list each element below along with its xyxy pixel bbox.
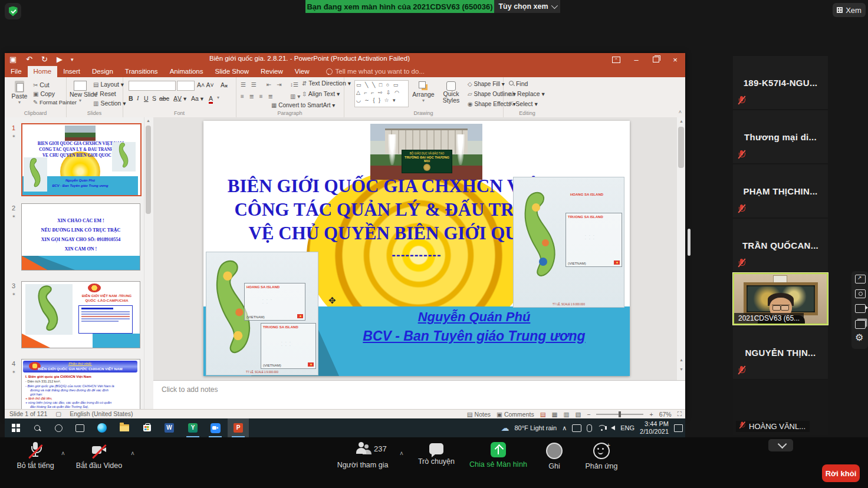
cut-button[interactable]: ✂ Cut <box>33 81 50 88</box>
find-button[interactable]: Find <box>509 80 528 87</box>
display-settings-icon[interactable]: ▢ <box>55 410 61 417</box>
notes-pane[interactable]: Click to add notes <box>153 380 685 410</box>
camera-tray-icon[interactable] <box>572 424 581 432</box>
shadow-button[interactable]: S <box>152 95 156 102</box>
participants-button[interactable]: 237 Người tham gia <box>330 442 395 469</box>
reactions-button[interactable]: + Phản ứng <box>578 442 625 470</box>
mute-button[interactable]: Bỏ tắt tiếng <box>9 442 61 470</box>
convert-smartart-button[interactable]: ▦ Convert to SmartArt ▾ <box>271 102 335 108</box>
slide-editor-area[interactable]: BỘ GIÁO DỤC VÀ ĐÀO TẠO TRƯỜNG ĐẠI HỌC TH… <box>153 117 677 380</box>
view-gallery-button[interactable]: Xem <box>833 3 866 17</box>
search-icon[interactable] <box>28 418 46 437</box>
strikethrough-button[interactable]: abc <box>159 95 169 102</box>
view-options-button[interactable]: Tùy chọn xem <box>494 0 560 13</box>
cortana-icon[interactable] <box>50 418 67 437</box>
previous-slide-icon[interactable]: ▲ <box>679 358 683 362</box>
font-name-box[interactable] <box>129 81 176 91</box>
participants-chevron[interactable]: ˄ <box>400 450 403 457</box>
edge-icon[interactable] <box>93 418 111 437</box>
shape-fill-button[interactable]: ◇ Shape Fill ▾ <box>468 81 505 87</box>
view-sorter-icon[interactable]: ▦ <box>552 411 558 418</box>
video-options-chevron[interactable]: ˄ <box>131 450 134 457</box>
underline-button[interactable]: U <box>144 95 149 102</box>
section-button[interactable]: ▥ Section ▾ <box>93 100 126 107</box>
font-size-box[interactable] <box>177 81 195 91</box>
record-button[interactable]: Ghi <box>537 442 572 470</box>
tell-me-box[interactable]: Tell me what you want to do... <box>315 66 425 77</box>
minimize-icon[interactable]: – <box>626 53 646 66</box>
mute-options-chevron[interactable]: ˄ <box>61 450 65 457</box>
reset-button[interactable]: ↺ Reset <box>93 90 116 97</box>
view-slideshow-icon[interactable]: ▧ <box>575 411 581 418</box>
start-video-button[interactable]: Bắt đầu Video <box>71 442 127 470</box>
pin-share-icon[interactable] <box>855 275 866 283</box>
tab-file[interactable]: File <box>5 66 28 77</box>
collapse-ribbon-icon[interactable]: ˄ <box>679 109 682 115</box>
tab-insert[interactable]: Insert <box>57 66 86 77</box>
slide-thumbnail-3[interactable]: BIÊN GIỚI VIỆT NAM -TRUNG QUỐC -LÀO-CAMP… <box>21 281 140 348</box>
replace-button[interactable]: ab Replace ▾ <box>509 90 545 97</box>
start-button[interactable] <box>7 418 25 437</box>
settings-gear-icon[interactable]: ⚙ <box>855 334 864 341</box>
copy-button[interactable]: ▣ Copy <box>33 90 55 97</box>
trans-app-icon[interactable]: Y <box>184 418 202 437</box>
weather-text[interactable]: 80°F Light rain <box>514 424 557 431</box>
sidebar-scrollbar[interactable] <box>688 229 691 256</box>
tab-design[interactable]: Design <box>86 66 119 77</box>
restore-icon[interactable] <box>646 53 666 66</box>
tab-animations[interactable]: Animations <box>164 66 209 77</box>
zoom-in-icon[interactable]: + <box>649 411 653 418</box>
editor-scrollbar[interactable]: ▲ ▲ ▼ <box>677 117 685 380</box>
scrollbar-thumb[interactable] <box>678 127 684 168</box>
ribbon-display-options-icon[interactable]: ^ <box>606 53 626 66</box>
line-spacing-icon[interactable]: ↕☰ <box>290 81 298 88</box>
comments-toggle[interactable]: ▣ Comments <box>497 411 534 418</box>
view-normal-icon[interactable]: ▤ <box>540 411 546 418</box>
zoom-percent[interactable]: 67% <box>659 411 672 418</box>
scroll-up-icon[interactable]: ▲ <box>679 119 683 123</box>
notes-toggle[interactable]: ▤ Notes <box>467 411 491 418</box>
tab-slideshow[interactable]: Slide Show <box>209 66 255 77</box>
align-icons[interactable]: ≡ ≣ ≡ ≣ <box>241 93 275 100</box>
gallery-view-icon[interactable] <box>855 320 866 329</box>
clear-formatting-icon[interactable]: A𝄪 <box>221 81 228 89</box>
shape-gallery[interactable]: ▭ ╲ ╲ □ ○ ▭△ ⌐ ⌐ ⇨ ⇩ ◠◡ ∼ { } ☆ ▾ <box>354 80 409 107</box>
participant-tile[interactable]: PHẠM THỊCHIN... <box>733 164 828 217</box>
font-color-button[interactable]: A <box>209 95 213 104</box>
zoom-slider[interactable] <box>596 414 643 415</box>
view-reading-icon[interactable]: ▥ <box>564 411 570 418</box>
next-slide-icon[interactable]: ▼ <box>679 367 683 371</box>
clock[interactable]: 3:44 PM2/10/2021 <box>640 420 669 436</box>
action-center-icon[interactable] <box>674 424 683 432</box>
slide-thumbnail-4[interactable]: Phần thứ nhất: BIÊN GIỚI QUỐC GIA NƯỚC C… <box>21 359 140 409</box>
scroll-up-icon[interactable]: ▲ <box>146 118 150 123</box>
tab-view[interactable]: View <box>289 66 315 77</box>
security-shield-icon[interactable] <box>5 3 21 19</box>
layout-button[interactable]: ▤ Layout ▾ <box>93 81 124 88</box>
slide-thumbnail-2[interactable]: XIN CHÀO CÁC EM ! NẾU ĐƯỜNG LINK CÓ TRỤC… <box>21 203 140 271</box>
snapshot-camera-icon[interactable] <box>855 289 866 298</box>
tray-expand-icon[interactable]: ∧ <box>562 424 567 432</box>
columns-icon[interactable]: ▥ ▾ <box>290 93 300 100</box>
participant-tile[interactable]: 189-K57I4-NGU... <box>733 56 828 109</box>
tab-home[interactable]: Home <box>28 66 58 77</box>
zoom-app-icon[interactable] <box>206 418 224 437</box>
font-color-dropdown[interactable]: ▾ <box>217 95 219 100</box>
keyboard-language[interactable]: ENG <box>620 424 634 431</box>
leave-meeting-button[interactable]: Rời khỏi <box>822 464 860 482</box>
wifi-icon[interactable] <box>597 425 606 431</box>
tab-transitions[interactable]: Transitions <box>119 66 164 77</box>
participant-tile[interactable]: Thương mại di... <box>733 110 828 163</box>
file-explorer-icon[interactable] <box>116 418 133 437</box>
thumbnail-scrollbar[interactable]: ▲ <box>144 117 152 409</box>
participant-tile[interactable]: TRẦN QUỐCAN... <box>733 219 828 272</box>
speaker-icon[interactable] <box>611 426 615 430</box>
task-view-icon[interactable] <box>71 418 88 437</box>
italic-button[interactable]: I <box>137 95 139 101</box>
zoom-slider-knob[interactable] <box>619 411 621 417</box>
sidebar-collapse-chevron[interactable] <box>768 439 793 451</box>
share-screen-button[interactable]: Chia sẻ Màn hình <box>466 442 531 469</box>
bold-button[interactable]: B <box>129 95 133 102</box>
indent-icons[interactable]: ⇤ ⇥ <box>267 81 284 88</box>
powerpoint-app-icon[interactable]: P <box>229 418 247 437</box>
